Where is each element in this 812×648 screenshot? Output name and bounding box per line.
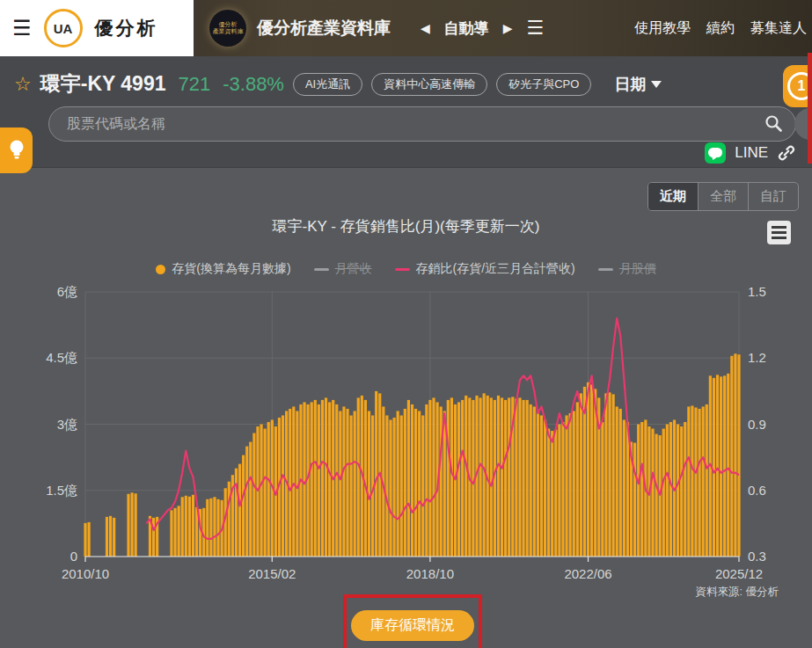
inventory-bar <box>332 400 334 557</box>
badge-line2: 產業資料庫 <box>213 28 244 35</box>
tag-datacenter[interactable]: 資料中心高速傳輸 <box>371 73 487 96</box>
legend-ratio-marker <box>395 268 410 271</box>
line-share-label[interactable]: LINE <box>735 144 768 162</box>
chart-title: 環宇-KY - 存貨銷售比(月)(每季更新一次) <box>0 216 812 237</box>
inventory-bar <box>328 402 331 557</box>
search-bar <box>48 106 796 142</box>
inventory-bar <box>651 429 654 557</box>
chart-legend: 存貨(換算為每月數據) 月營收 存銷比(存貨/近三月合計營收) 月股價 <box>0 261 812 277</box>
inventory-bar <box>303 402 305 557</box>
chart-export-menu-icon[interactable] <box>767 221 791 244</box>
inventory-bar <box>170 510 172 557</box>
axis-label: 0 <box>70 549 77 564</box>
axis-label: 1.5 <box>748 284 766 299</box>
inventory-bar <box>349 415 352 557</box>
brand-area: ☰ UA 優分析 <box>0 0 194 56</box>
date-dropdown[interactable]: 日期 <box>614 74 662 95</box>
inventory-bar <box>702 406 705 557</box>
prev-arrow-icon[interactable]: ◀ <box>421 21 430 35</box>
line-bubble-tail <box>711 156 717 161</box>
inventory-bar <box>368 411 370 557</box>
inventory-bar <box>318 404 320 557</box>
inventory-bar <box>626 422 629 557</box>
range-recent-button[interactable]: 近期 <box>648 183 699 210</box>
favorite-star-icon[interactable]: ☆ <box>14 73 32 96</box>
axis-label: 2010/10 <box>62 566 109 581</box>
search-input[interactable] <box>48 106 796 142</box>
inventory-bar <box>156 517 158 557</box>
next-arrow-icon[interactable]: ▶ <box>503 21 513 35</box>
legend-inventory-label: 存貨(換算為每月數據) <box>172 261 290 277</box>
range-all-button[interactable]: 全部 <box>699 183 749 210</box>
link-tutorial[interactable]: 使用教學 <box>634 19 691 38</box>
inventory-bar <box>544 419 546 557</box>
range-custom-button[interactable]: 自訂 <box>749 183 798 210</box>
inventory-bar <box>698 409 700 557</box>
legend-inventory-ratio[interactable]: 存銷比(存貨/近三月合計營收) <box>395 261 575 277</box>
inventory-bar <box>468 397 471 557</box>
inventory-bar <box>382 406 384 557</box>
guide-menu-icon[interactable]: ☰ <box>527 17 545 40</box>
inventory-bar <box>494 400 496 557</box>
inventory-bar <box>216 499 219 557</box>
inventory-bar <box>669 422 672 557</box>
inventory-cycle-button[interactable]: 庫存循環情況 <box>351 610 474 641</box>
inventory-bar <box>447 400 450 557</box>
inventory-bar <box>684 422 686 557</box>
inventory-bar <box>637 425 640 557</box>
inventory-bar <box>479 397 481 557</box>
legend-monthly-revenue[interactable]: 月營收 <box>314 261 372 277</box>
inventory-bar <box>727 374 729 557</box>
inventory-bar <box>601 422 604 557</box>
auto-guide-label[interactable]: 自動導 <box>444 18 489 39</box>
stock-section: ☆ 環宇-KY 4991 721 -3.88% AI光通訊 資料中心高速傳輸 矽… <box>0 56 812 168</box>
brand-logo-icon[interactable]: UA <box>44 9 83 47</box>
tips-lightbulb-tab[interactable] <box>0 127 33 173</box>
inventory-bar <box>256 426 259 557</box>
brand-name[interactable]: 優分析 <box>95 16 158 40</box>
inventory-bar <box>242 455 245 557</box>
inventory-bar <box>737 354 740 557</box>
inventory-bar <box>428 400 431 557</box>
legend-inventory[interactable]: 存貨(換算為每月數據) <box>156 261 290 277</box>
range-selector: 近期 全部 自訂 <box>647 182 799 211</box>
inventory-bar <box>706 404 708 557</box>
inventory-bar <box>213 497 216 557</box>
inventory-bar <box>587 382 589 557</box>
inventory-bar <box>130 492 133 557</box>
inventory-bar <box>185 496 187 557</box>
inventory-bar <box>238 464 241 557</box>
inventory-bar <box>526 400 529 557</box>
inventory-bar <box>497 396 500 557</box>
inventory-bar <box>224 488 227 557</box>
page: 01.5億3億4.5億6億0.30.60.91.21.52010/102015/… <box>0 0 812 648</box>
axis-label: 0.6 <box>748 483 766 498</box>
inventory-bar <box>435 402 438 557</box>
legend-monthly-price[interactable]: 月股價 <box>598 261 656 277</box>
inventory-bar <box>662 429 665 557</box>
inventory-bar <box>325 397 327 557</box>
tag-ai-optical[interactable]: AI光通訊 <box>293 73 362 96</box>
auto-guide-nav: ◀ 自動導 ▶ ☰ <box>421 0 544 56</box>
inventory-bar <box>289 409 291 557</box>
inventory-bar <box>461 400 464 557</box>
inventory-bar <box>590 384 593 557</box>
link-renew[interactable]: 續約 <box>706 19 735 38</box>
inventory-bar <box>530 404 532 557</box>
inventory-bar <box>604 393 607 557</box>
inventory-bar <box>504 400 507 557</box>
inventory-bar <box>709 375 712 557</box>
inventory-bar <box>533 406 536 557</box>
legend-price-marker <box>598 268 613 271</box>
search-icon[interactable] <box>764 114 782 132</box>
copy-link-icon[interactable] <box>777 143 796 163</box>
data-source-caption: 資料來源: 優分析 <box>696 585 779 600</box>
inventory-bar <box>282 415 284 557</box>
inventory-bar <box>385 415 388 557</box>
menu-icon[interactable]: ☰ <box>12 18 32 39</box>
link-recruit[interactable]: 募集達人 <box>750 19 807 38</box>
line-app-icon[interactable] <box>705 142 726 164</box>
inventory-bar <box>307 404 310 557</box>
tag-silicon-photonics[interactable]: 矽光子與CPO <box>496 73 591 96</box>
inventory-bar <box>694 407 697 557</box>
